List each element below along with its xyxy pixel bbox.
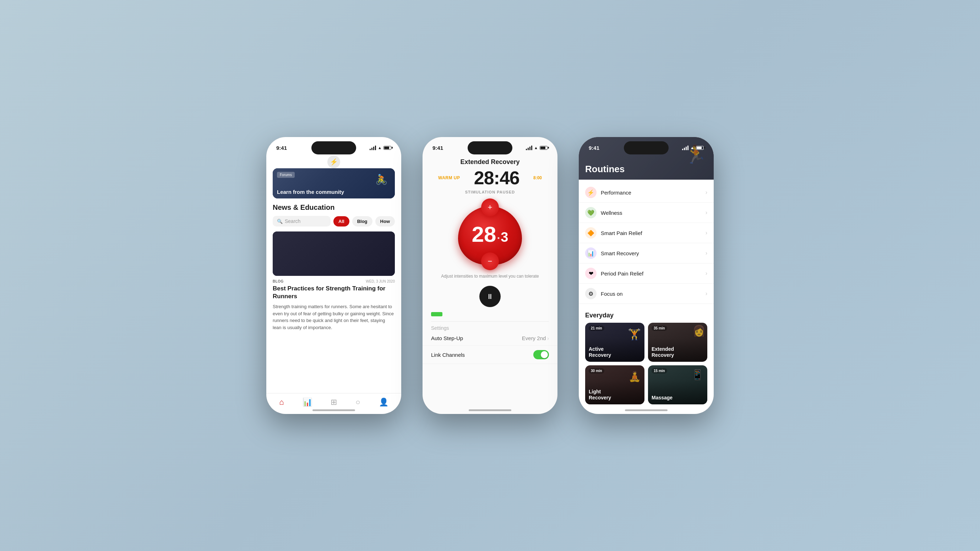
bottom-nav-1: ⌂ 📊 ⊞ ○ 👤 <box>266 393 401 407</box>
battery-bar-green <box>431 312 442 316</box>
article-date: WED, 3 JUN 2020 <box>366 279 395 283</box>
news-section-title: News & Education <box>266 203 401 216</box>
status-time-3: 9:41 <box>589 145 599 151</box>
massage-duration: 15 min <box>652 368 667 373</box>
dial-minus-btn[interactable]: − <box>481 252 499 270</box>
battery-icon-2 <box>540 146 547 150</box>
performance-label: Performance <box>601 190 631 195</box>
nav-home-icon[interactable]: ⌂ <box>279 398 284 407</box>
home-indicator-3 <box>625 409 668 411</box>
massage-title: Massage <box>652 395 673 401</box>
dial-outer[interactable]: + 28 · 3 − <box>455 198 525 270</box>
auto-step-up-value: Every 2nd › <box>522 335 549 341</box>
wifi-icon-1: ▲ <box>378 146 382 150</box>
smart-pain-relief-label: Smart Pain Relief <box>601 230 642 236</box>
wellness-icon: 💚 <box>585 207 597 218</box>
status-bar-3: 9:41 ▲ <box>579 137 714 156</box>
dial-container: + 28 · 3 − <box>423 198 557 273</box>
period-pain-relief-label: Period Pain Relief <box>601 270 643 276</box>
performance-icon: ⚡ <box>585 187 597 198</box>
phone-1: 9:41 ▲ ⚡ <box>266 137 401 414</box>
nav-message-icon[interactable]: ○ <box>355 398 360 407</box>
routine-grid: 21 min ActiveRecovery 35 min ExtendedRec… <box>579 323 714 404</box>
article-meta: BLOG WED, 3 JUN 2020 <box>266 279 401 285</box>
light-recovery-title: LightRecovery <box>589 389 611 401</box>
app-logo-1: ⚡ <box>266 156 401 168</box>
search-placeholder: Search <box>285 218 301 224</box>
signal-icon-3 <box>682 146 689 150</box>
article-title[interactable]: Best Practices for Strength Training for… <box>266 285 401 303</box>
wellness-chevron: › <box>706 210 707 216</box>
timer-right-label: 8:00 <box>533 175 542 180</box>
active-recovery-duration: 21 min <box>589 326 605 331</box>
card-massage[interactable]: 15 min Massage <box>648 365 707 404</box>
dial-decimal: 3 <box>501 230 508 245</box>
dial-dot: · <box>497 232 500 245</box>
period-pain-relief-icon: ❤ <box>585 268 597 279</box>
filter-how-btn[interactable]: How <box>375 216 395 227</box>
pause-btn[interactable]: ⏸ <box>479 286 501 307</box>
dial-number-display: 28 · 3 <box>472 222 509 247</box>
phone-1-screen: 9:41 ▲ ⚡ <box>266 137 401 414</box>
search-box[interactable]: 🔍 Search <box>273 216 331 227</box>
period-pain-relief-chevron: › <box>706 270 707 276</box>
status-time-1: 9:41 <box>276 145 287 151</box>
performance-chevron: › <box>706 189 707 195</box>
filter-row: 🔍 Search All Blog How <box>266 216 401 232</box>
hero-banner-1[interactable]: Forums Learn from the community <box>273 168 395 198</box>
phone-2: 9:41 ▲ Extended Recovery <box>423 137 557 414</box>
battery-icon-1 <box>383 146 391 150</box>
link-channels-toggle[interactable] <box>533 350 549 359</box>
focus-on-icon: ⚙ <box>585 288 597 299</box>
article-body: Strength training matters for runners. S… <box>266 303 401 331</box>
extended-recovery-title: ExtendedRecovery <box>652 346 674 358</box>
nav-profile-icon[interactable]: 👤 <box>379 398 388 407</box>
wifi-icon-3: ▲ <box>690 146 694 150</box>
phone-3-screen: 9:41 ▲ Routines <box>579 137 714 414</box>
card-active-recovery[interactable]: 21 min ActiveRecovery <box>585 323 644 362</box>
filter-blog-btn[interactable]: Blog <box>352 216 372 227</box>
wellness-label: Wellness <box>601 210 622 216</box>
smart-recovery-label: Smart Recovery <box>601 250 639 256</box>
filter-all-btn[interactable]: All <box>333 216 349 227</box>
dial-main-num: 28 <box>472 222 496 247</box>
routines-list: ⚡ Performance › 💚 Wellness › 🔶 Smart <box>579 179 714 307</box>
nav-grid-icon[interactable]: ⊞ <box>331 398 337 407</box>
link-channels-row[interactable]: Link Channels <box>423 346 557 364</box>
logo-bolt-1: ⚡ <box>330 158 338 166</box>
routine-item-period-pain-relief[interactable]: ❤ Period Pain Relief › <box>579 264 714 284</box>
smart-recovery-chevron: › <box>706 250 707 256</box>
status-icons-2: ▲ <box>526 146 547 150</box>
routine-item-wellness[interactable]: 💚 Wellness › <box>579 203 714 223</box>
auto-step-up-chevron: › <box>547 335 549 341</box>
routine-item-smart-pain-relief[interactable]: 🔶 Smart Pain Relief › <box>579 223 714 243</box>
dial-plus-btn[interactable]: + <box>481 198 499 216</box>
forums-badge[interactable]: Forums <box>277 172 295 178</box>
battery-bar-row <box>423 312 557 321</box>
routine-item-performance[interactable]: ⚡ Performance › <box>579 183 714 203</box>
auto-step-up-row[interactable]: Auto Step-Up Every 2nd › <box>423 331 557 346</box>
routines-title: Routines <box>585 164 625 175</box>
timer-time-row: WARM UP 28:46 8:00 <box>430 167 550 189</box>
light-recovery-duration: 30 min <box>589 368 605 373</box>
logo-circle-1: ⚡ <box>328 156 340 168</box>
card-extended-recovery[interactable]: 35 min ExtendedRecovery <box>648 323 707 362</box>
stim-paused-label: STIMULATION PAUSED <box>430 189 550 197</box>
routine-item-smart-recovery[interactable]: 📊 Smart Recovery › <box>579 243 714 264</box>
hero-text-1: Learn from the community <box>277 189 344 195</box>
status-bar-1: 9:41 ▲ <box>266 137 401 156</box>
routine-item-focus-on[interactable]: ⚙ Focus on › <box>579 284 714 304</box>
card-light-recovery[interactable]: 30 min LightRecovery <box>585 365 644 404</box>
home-indicator-1 <box>312 409 355 411</box>
active-recovery-title: ActiveRecovery <box>589 346 611 358</box>
search-icon: 🔍 <box>277 219 283 224</box>
article-image-1 <box>273 232 395 276</box>
timer-main-display: 28:46 <box>474 167 519 189</box>
article-tag: BLOG <box>273 279 284 283</box>
focus-on-label: Focus on <box>601 291 623 297</box>
status-icons-1: ▲ <box>370 146 391 150</box>
smart-recovery-icon: 📊 <box>585 248 597 259</box>
nav-stats-icon[interactable]: 📊 <box>302 398 312 407</box>
pause-btn-container: ⏸ <box>423 284 557 312</box>
wifi-icon-2: ▲ <box>534 146 538 150</box>
